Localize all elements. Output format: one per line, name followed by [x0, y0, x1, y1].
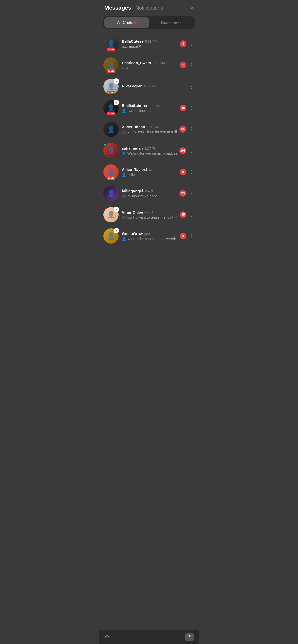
chat-username: GrettaGruw	[122, 231, 143, 236]
avatar: 👤LIVE	[103, 57, 119, 73]
chat-content: Sharleen_Sweet5:01 PMHey	[122, 61, 178, 70]
more-button[interactable]: ⋮	[188, 168, 195, 176]
chat-time: Mar 4	[145, 211, 153, 214]
online-dot	[104, 143, 107, 147]
chat-item[interactable]: 👤AliceHudson5:30 AM🎥A new cool video for…	[99, 119, 199, 140]
chat-username: EmiliaSabrina	[122, 103, 147, 108]
avatar: 👤	[103, 186, 119, 201]
chat-time: Mar 9	[144, 189, 153, 193]
more-button[interactable]: ⋮	[188, 189, 195, 197]
chat-username: Sharleen_Sweet	[122, 61, 151, 65]
video-icon: 🎥	[122, 215, 126, 219]
chat-item[interactable]: 👤LIVE♥EmiliaSabrina9:21 AM👤I am online, …	[99, 97, 199, 119]
tab-bookmarks[interactable]: Bookmarks	[149, 17, 194, 28]
chat-time: 9:21 AM	[148, 104, 161, 108]
chat-content: BellaCuteee5:08 PMows mood?)	[122, 39, 178, 49]
chat-actions: 1⋮	[180, 61, 195, 69]
chat-username: safiamegan	[122, 146, 143, 150]
heart-badge: ♥	[114, 100, 119, 105]
chat-actions: 46⋮	[180, 104, 195, 112]
chat-username: AliceHudson	[122, 125, 145, 129]
chat-actions: 15⋮	[180, 211, 195, 218]
unread-badge: 162	[179, 147, 186, 154]
chat-actions: ⋮	[188, 83, 195, 90]
chat-time: Mar 1	[144, 232, 153, 236]
person-icon: 👤	[122, 109, 126, 113]
more-button[interactable]: ⋮	[188, 211, 195, 218]
unread-badge: 8	[180, 169, 186, 175]
unread-badge: 2	[180, 40, 186, 47]
live-badge: LIVE	[107, 69, 115, 73]
chat-username: Aliice_Taylor1	[122, 167, 147, 172]
chat-list: 👤LIVEBellaCuteee5:08 PMows mood?)2⋮👤LIVE…	[99, 33, 199, 267]
more-button[interactable]: ⋮	[188, 83, 195, 90]
tab-all-chats[interactable]: All Chats	[104, 17, 149, 28]
chat-preview: 👤Your order has been delivered! <3	[122, 237, 178, 241]
live-badge: LIVE	[107, 176, 115, 180]
chat-username: NikaLegran	[122, 84, 143, 88]
chat-content: Aliice_Taylor1Mar 9👤hello	[122, 167, 178, 177]
chat-item[interactable]: 👤fallingangelMar 9🎥hi, back to #blonde12…	[99, 183, 199, 204]
chat-actions: 3⋮	[180, 232, 195, 240]
chat-preview: 🎥A new cool video for you at a dis...	[122, 130, 177, 134]
chat-preview: 👤I am online, come to me room lu...	[122, 109, 178, 113]
notifications-tab[interactable]: Notifications	[135, 5, 163, 11]
chat-actions: 122⋮	[179, 189, 195, 197]
chat-content: NikaLegran5:00 PM	[122, 84, 186, 89]
chat-item[interactable]: 👤LIVESharleen_Sweet5:01 PMHey1⋮	[99, 54, 199, 76]
more-button[interactable]: ⋮	[188, 232, 195, 240]
chat-time: Mar 9	[149, 168, 157, 172]
chat-actions: 2⋮	[180, 40, 195, 48]
more-button[interactable]: ⋮	[188, 125, 195, 133]
unread-badge: 132	[179, 126, 186, 133]
chat-preview: 🎥hi, back to #blonde	[122, 194, 177, 198]
chat-preview: Hey	[122, 66, 178, 70]
more-button[interactable]: ⋮	[188, 104, 195, 112]
chat-preview: ows mood?)	[122, 45, 178, 49]
more-button[interactable]: ⋮	[188, 147, 195, 154]
heart-badge: ♥	[114, 78, 119, 84]
live-badge: LIVE	[107, 91, 115, 94]
unread-badge: 122	[179, 190, 186, 197]
all-chats-dot	[134, 22, 137, 24]
chat-item[interactable]: 👤♥VirginChloeMar 4🎥dont u want to tease …	[99, 204, 199, 225]
avatar: 👤	[103, 122, 119, 137]
avatar: 👤LIVE♥	[103, 100, 119, 115]
person-icon: 👤	[122, 237, 126, 241]
more-button[interactable]: ⋮	[188, 61, 195, 69]
chat-content: AliceHudson5:30 AM🎥A new cool video for …	[122, 125, 177, 134]
chat-time: 5:01 PM	[153, 61, 165, 65]
preview-text: Waiting for you on my broadcast :)	[127, 151, 177, 155]
close-button[interactable]: ×	[190, 5, 194, 11]
chat-item[interactable]: 👤LIVEBellaCuteee5:08 PMows mood?)2⋮	[99, 33, 199, 54]
chat-username: VirginChloe	[122, 210, 143, 214]
preview-text: Your order has been delivered! <3	[127, 237, 178, 241]
avatar: 👤	[103, 143, 119, 158]
chat-item[interactable]: 👤♥GrettaGruwMar 1👤Your order has been de…	[99, 225, 199, 247]
video-icon: 🎥	[122, 130, 126, 134]
unread-badge: 3	[180, 233, 186, 239]
more-button[interactable]: ⋮	[188, 40, 195, 48]
tab-bar: All Chats Bookmarks	[103, 16, 195, 29]
person-icon: 👤	[122, 173, 126, 177]
chat-content: safiamegan8:27 PM👤Waiting for you on my …	[122, 146, 177, 155]
chat-time: 8:27 PM	[144, 147, 157, 150]
header: Messages Notifications ×	[99, 0, 199, 14]
chat-actions: 132⋮	[179, 125, 195, 133]
heart-badge: ♥	[114, 228, 119, 233]
chat-item[interactable]: 👤LIVE♥NikaLegran5:00 PM⋮	[99, 76, 199, 97]
video-icon: 🎥	[122, 194, 126, 198]
preview-text: A new cool video for you at a dis...	[127, 130, 177, 134]
chat-username: BellaCuteee	[122, 39, 144, 43]
chat-item[interactable]: 👤LIVEAliice_Taylor1Mar 9👤hello8⋮	[99, 161, 199, 183]
chat-preview: 👤hello	[122, 173, 178, 177]
chat-time: 5:08 PM	[145, 40, 157, 43]
chat-item[interactable]: 👤safiamegan8:27 PM👤Waiting for you on my…	[99, 140, 199, 161]
preview-text: I am online, come to me room lu...	[127, 109, 178, 113]
chat-content: fallingangelMar 9🎥hi, back to #blonde	[122, 189, 177, 198]
chat-time: 5:00 PM	[144, 84, 156, 88]
unread-badge: 15	[180, 211, 186, 218]
chat-actions: 8⋮	[180, 168, 195, 176]
chat-time: 5:30 AM	[147, 125, 159, 129]
avatar: 👤♥	[103, 228, 119, 244]
